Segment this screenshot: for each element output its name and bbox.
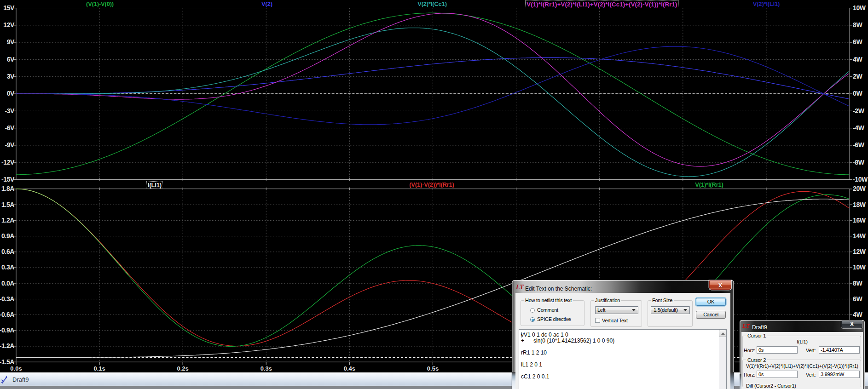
svg-text:LT: LT xyxy=(516,284,524,291)
svg-text:LT: LT xyxy=(742,323,750,329)
